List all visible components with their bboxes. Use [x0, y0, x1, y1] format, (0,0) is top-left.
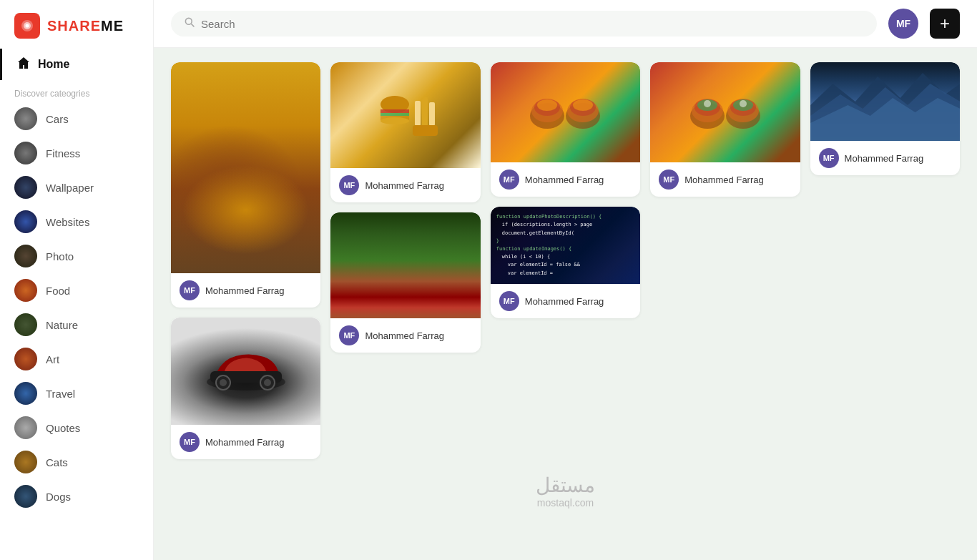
topbar: MF +: [154, 0, 977, 48]
avatar: MF: [499, 170, 519, 190]
avatar: MF: [499, 291, 519, 311]
discover-label: Discover cateogries: [0, 83, 153, 102]
avatar: MF: [819, 148, 839, 168]
category-label: Cars: [46, 113, 69, 125]
svg-point-3: [185, 18, 192, 24]
svg-rect-19: [413, 125, 438, 136]
avatar: MF: [339, 175, 359, 195]
avatar: MF: [180, 432, 200, 452]
sidebar-item-wallpaper[interactable]: Wallpaper: [0, 170, 153, 205]
category-avatar: [14, 279, 37, 302]
category-label: Art: [46, 353, 59, 365]
svg-rect-17: [422, 97, 428, 126]
sidebar-item-fitness[interactable]: Fitness: [0, 136, 153, 170]
home-icon: [16, 56, 31, 73]
search-box[interactable]: [171, 11, 877, 36]
svg-rect-13: [381, 113, 409, 116]
category-avatar: [14, 485, 37, 508]
category-avatar: [14, 382, 37, 405]
sidebar-item-nature[interactable]: Nature: [0, 308, 153, 342]
pin-image: [810, 62, 960, 141]
grid-col-4: MF Mohammed Farrag: [650, 62, 800, 197]
grid-col-5: MF Mohammed Farrag: [810, 62, 960, 175]
pins-grid: MF Mohammed Farrag: [171, 62, 960, 459]
sidebar-item-travel[interactable]: Travel: [0, 376, 153, 411]
pin-card[interactable]: MF Mohammed Farrag: [491, 62, 640, 197]
add-pin-button[interactable]: +: [930, 9, 960, 39]
pin-card[interactable]: MF Mohammed Farrag: [171, 62, 320, 308]
pin-image: [491, 62, 640, 162]
category-label: Websites: [46, 216, 89, 228]
pin-image: [650, 62, 800, 162]
pin-image: function updatePhotoDescription() { if (…: [491, 207, 640, 284]
pin-image: [330, 212, 480, 318]
pin-card[interactable]: MF Mohammed Farrag: [171, 318, 320, 459]
category-label: Quotes: [46, 422, 80, 434]
category-avatar: [14, 245, 37, 267]
sidebar-item-dogs[interactable]: Dogs: [0, 479, 153, 514]
category-avatar: [14, 313, 37, 336]
sidebar-item-art[interactable]: Art: [0, 342, 153, 376]
category-label: Photo: [46, 250, 74, 262]
grid-col-3: MF Mohammed Farrag function updatePhotoD…: [491, 62, 640, 318]
search-icon: [184, 16, 195, 31]
main-area: MF + MF Mohammed Farrag: [154, 0, 977, 560]
grid-col-2: MF Mohammed Farrag MF Mohammed Farrag: [330, 62, 480, 353]
category-label: Wallpaper: [46, 182, 94, 194]
svg-point-27: [573, 99, 593, 111]
home-nav-item[interactable]: Home: [0, 49, 153, 80]
sidebar-item-quotes[interactable]: Quotes: [0, 411, 153, 445]
sidebar-item-cars[interactable]: Cars: [0, 102, 153, 136]
card-footer: MF Mohammed Farrag: [810, 141, 960, 175]
sidebar-item-photo[interactable]: Photo: [0, 239, 153, 273]
svg-point-32: [704, 100, 711, 107]
category-label: Nature: [46, 319, 78, 331]
search-input[interactable]: [201, 18, 864, 30]
category-avatar: [14, 142, 37, 164]
svg-point-23: [537, 99, 557, 111]
author-name: Mohammed Farrag: [684, 175, 764, 185]
card-footer: MF Mohammed Farrag: [330, 318, 480, 353]
svg-rect-18: [429, 102, 435, 126]
pin-card[interactable]: MF Mohammed Farrag: [650, 62, 800, 197]
sidebar-item-cats[interactable]: Cats: [0, 445, 153, 479]
home-label: Home: [38, 58, 69, 71]
card-footer: MF Mohammed Farrag: [491, 162, 640, 197]
avatar: MF: [339, 325, 359, 345]
svg-point-15: [381, 117, 409, 124]
pin-card[interactable]: function updatePhotoDescription() { if (…: [491, 207, 640, 318]
author-name: Mohammed Farrag: [525, 296, 604, 307]
card-footer: MF Mohammed Farrag: [330, 168, 480, 202]
author-name: Mohammed Farrag: [205, 285, 285, 296]
author-name: Mohammed Farrag: [845, 153, 924, 164]
category-label: Fitness: [46, 147, 80, 159]
card-footer: MF Mohammed Farrag: [171, 273, 320, 308]
pin-card[interactable]: MF Mohammed Farrag: [330, 212, 480, 353]
user-initials: MF: [896, 18, 910, 29]
category-label: Travel: [46, 388, 75, 400]
sidebar-item-websites[interactable]: Websites: [0, 205, 153, 239]
svg-point-2: [26, 24, 29, 28]
pin-card[interactable]: MF Mohammed Farrag: [810, 62, 960, 175]
card-footer: MF Mohammed Farrag: [171, 425, 320, 459]
sidebar: SHAREME Home Discover cateogries Cars Fi…: [0, 0, 154, 560]
author-name: Mohammed Farrag: [205, 437, 285, 448]
author-name: Mohammed Farrag: [365, 330, 444, 341]
svg-rect-12: [381, 109, 409, 113]
category-avatar: [14, 107, 37, 130]
category-avatar: [14, 176, 37, 199]
category-label: Cats: [46, 456, 68, 468]
svg-rect-16: [415, 101, 421, 126]
pin-image: [171, 62, 320, 273]
svg-point-10: [264, 379, 271, 386]
user-avatar-button[interactable]: MF: [888, 9, 918, 39]
content-area: MF Mohammed Farrag: [154, 48, 977, 560]
logo-icon: [14, 13, 40, 39]
svg-line-4: [191, 24, 194, 26]
svg-point-37: [740, 100, 747, 107]
pin-card[interactable]: MF Mohammed Farrag: [330, 62, 480, 202]
watermark-url: mostaql.com: [185, 497, 946, 509]
logo: SHAREME: [0, 0, 153, 49]
card-footer: MF Mohammed Farrag: [491, 284, 640, 318]
sidebar-item-food[interactable]: Food: [0, 273, 153, 308]
